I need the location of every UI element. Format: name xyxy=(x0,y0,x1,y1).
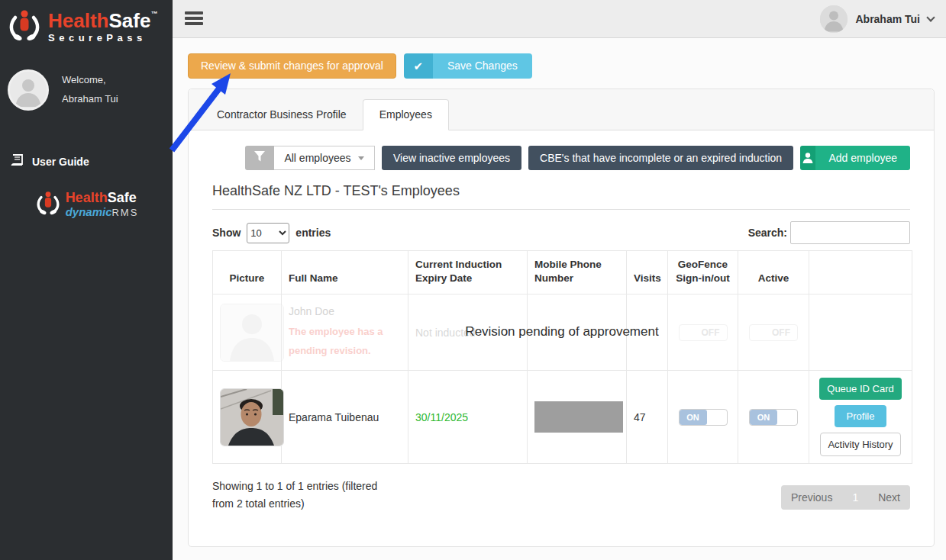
induction-expiry-date: 30/11/2025 xyxy=(415,411,468,423)
col-visits: Visits xyxy=(627,251,668,294)
pending-revision-note: The employee has a pending revision. xyxy=(289,322,401,360)
phone-number-redacted xyxy=(534,401,623,433)
sidebar-item-user-guide[interactable]: User Guide xyxy=(10,154,173,169)
dynamic-rms-logo: HealthSafe dynamicRMS xyxy=(0,189,173,220)
table-row-employee: Eparama Tuibenau 30/11/2025 47 ON ON Que… xyxy=(213,371,912,464)
employees-table-wrap: Picture Full Name Current Induction Expi… xyxy=(212,250,910,464)
previous-page-button[interactable]: Previous xyxy=(781,485,842,510)
user-menu[interactable]: Abraham Tui xyxy=(820,5,934,33)
col-active: Active xyxy=(738,251,809,294)
active-toggle[interactable]: OFF xyxy=(749,324,798,341)
welcome-block: Welcome, Abraham Tui xyxy=(8,69,173,111)
sidebar: HealthSafe™ SecurePass Welcome, Abraham … xyxy=(0,0,173,560)
employee-name: John Doe xyxy=(289,305,401,317)
check-icon: ✔ xyxy=(404,53,433,79)
healthsafe-hands-icon xyxy=(6,7,43,47)
visits-value: 47 xyxy=(634,411,646,423)
search-label: Search: xyxy=(748,227,787,239)
employee-photo-placeholder xyxy=(220,304,284,362)
header-avatar xyxy=(820,5,848,33)
caret-down-icon xyxy=(358,156,364,160)
tab-contractor-business-profile[interactable]: Contractor Business Profile xyxy=(201,100,363,130)
table-controls: Show 10 entries Search: xyxy=(212,221,910,244)
table-header-row: Picture Full Name Current Induction Expi… xyxy=(213,251,912,294)
brand-name: HealthSafe™ xyxy=(48,9,157,32)
search-input[interactable] xyxy=(790,221,910,244)
tab-strip: Contractor Business Profile Employees xyxy=(189,89,934,130)
employee-name: Eparama Tuibenau xyxy=(289,411,379,423)
show-label: Show xyxy=(212,227,241,239)
user-avatar xyxy=(8,69,49,111)
add-employee-button[interactable]: Add employee xyxy=(800,146,910,170)
active-toggle[interactable]: ON xyxy=(749,409,798,426)
welcome-text: Welcome, Abraham Tui xyxy=(62,71,118,108)
top-header: Abraham Tui xyxy=(173,0,946,38)
hamburger-menu-icon[interactable] xyxy=(185,11,203,27)
activity-history-button[interactable]: Activity History xyxy=(820,433,900,456)
funnel-icon xyxy=(253,151,266,165)
col-mobile-phone: Mobile Phone Number xyxy=(528,251,627,294)
profile-button[interactable]: Profile xyxy=(835,405,887,427)
queue-id-card-button[interactable]: Queue ID Card xyxy=(819,378,901,400)
col-full-name: Full Name xyxy=(282,251,408,294)
review-submit-button[interactable]: Review & submit changes for approval xyxy=(188,53,396,79)
showing-entries-text: Showing 1 to 1 of 1 entries (filtered fr… xyxy=(212,478,394,512)
securepass-logo: HealthSafe™ SecurePass xyxy=(0,0,173,54)
col-actions xyxy=(809,251,912,294)
person-icon xyxy=(800,146,815,170)
next-page-button[interactable]: Next xyxy=(868,485,910,510)
book-icon xyxy=(10,154,24,169)
page-title: HealthSafe NZ LTD - TEST's Employees xyxy=(212,183,910,199)
induction-status: Not inducted xyxy=(415,327,476,339)
healthsafe-hands-icon-small xyxy=(34,189,62,220)
col-induction-expiry: Current Induction Expiry Date xyxy=(408,251,528,294)
header-user-name: Abraham Tui xyxy=(855,13,920,25)
tab-employees[interactable]: Employees xyxy=(363,99,449,130)
current-page[interactable]: 1 xyxy=(842,485,868,510)
user-guide-label: User Guide xyxy=(32,156,89,168)
brand-subtitle: SecurePass xyxy=(48,33,157,43)
employees-table: Picture Full Name Current Induction Expi… xyxy=(212,250,912,464)
title-divider xyxy=(212,209,910,210)
col-picture: Picture xyxy=(213,251,282,294)
content-card: Contractor Business Profile Employees Al… xyxy=(188,89,935,547)
save-changes-button[interactable]: ✔ Save Changes xyxy=(404,53,532,79)
col-geofence: GeoFence Sign-in/out xyxy=(668,251,738,294)
employee-photo xyxy=(220,388,284,446)
save-changes-label: Save Changes xyxy=(433,53,532,79)
geofence-toggle[interactable]: ON xyxy=(679,409,728,426)
chevron-down-icon xyxy=(926,13,935,21)
view-inactive-employees-button[interactable]: View inactive employees xyxy=(382,146,521,170)
pagination: Previous 1 Next xyxy=(781,485,910,510)
filter-bar: All employees View inactive employees CB… xyxy=(245,146,910,170)
page-size-select[interactable]: 10 xyxy=(247,223,289,243)
add-employee-label: Add employee xyxy=(815,146,910,170)
employee-filter-select[interactable]: All employees xyxy=(274,146,375,170)
filter-funnel-button[interactable] xyxy=(245,146,274,170)
geofence-toggle[interactable]: OFF xyxy=(679,324,728,341)
cbe-incomplete-induction-button[interactable]: CBE's that have incomplete or an expired… xyxy=(528,146,793,170)
table-footer: Showing 1 to 1 of 1 entries (filtered fr… xyxy=(212,478,910,512)
entries-label: entries xyxy=(295,227,331,239)
table-row-pending: John Doe The employee has a pending revi… xyxy=(213,294,912,371)
employee-filter-value: All employees xyxy=(284,152,350,164)
